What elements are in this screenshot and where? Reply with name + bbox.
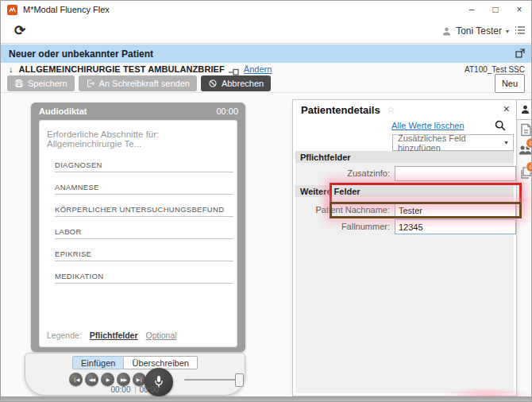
audio-dictation-panel: Audiodiktat 00:00 Erforderliche Abschnit… <box>31 102 245 352</box>
favorite-star-icon[interactable]: ☆ <box>387 104 395 115</box>
add-field-dropdown[interactable]: Zusätzliches Feld hinzufügen ▼ <box>392 134 514 151</box>
save-button[interactable]: Speichern <box>7 75 75 91</box>
section-field[interactable]: ANAMNESE <box>55 172 233 195</box>
title-bar: M*Modal Fluency Flex – □ × <box>1 1 531 18</box>
required-fields-header: Pflichtfelder <box>295 151 514 163</box>
detach-icon <box>229 65 239 74</box>
play-button[interactable]: ▶ <box>101 373 114 386</box>
rewind-button[interactable]: ◀◀ <box>85 373 98 386</box>
tab-document-edit[interactable] <box>519 123 532 137</box>
patient-details-body: Pflichtfelder Zusatzinfo: Weitere Felder… <box>295 151 514 393</box>
close-button[interactable]: × <box>507 1 531 18</box>
patient-lastname-input[interactable] <box>395 203 516 218</box>
chevron-down-icon: ▾ <box>506 28 509 35</box>
skip-start-button[interactable]: ❘◀ <box>69 373 83 386</box>
time-separator <box>135 386 136 393</box>
patient-details-title: Patientendetails <box>301 104 380 116</box>
dictation-document-card: Erforderliche Abschnitte für: Allgemeinc… <box>39 120 237 347</box>
case-number-row: Fallnummer: <box>295 219 514 235</box>
save-icon <box>14 79 24 88</box>
window-title: M*Modal Fluency Flex <box>23 5 110 14</box>
app-logo-icon <box>7 5 17 15</box>
zusatzinfo-label: Zusatzinfo: <box>295 168 390 178</box>
collapse-arrow-icon[interactable]: ↓ <box>9 64 13 74</box>
section-field[interactable]: LABOR <box>55 217 233 239</box>
forward-button[interactable]: ▶▶ <box>117 373 130 386</box>
people-badge: 0 <box>526 138 532 148</box>
clear-all-values-link[interactable]: Alle Werte löschen <box>391 121 465 130</box>
send-to-transcription-button[interactable]: An Schreibkraft senden <box>79 75 197 91</box>
menu-list-icon[interactable] <box>514 24 528 38</box>
top-bar: ⟳ Toni Tester ▾ <box>1 18 531 44</box>
section-field[interactable]: KÖRPERLICHER UNTERSUCHUNGSBEFUND <box>55 195 233 217</box>
cancel-button[interactable]: Abbrechen <box>201 75 271 91</box>
tab-patient-details[interactable] <box>516 99 532 120</box>
user-name: Toni Tester <box>456 25 502 37</box>
document-edit-icon <box>519 123 532 137</box>
zusatzinfo-row: Zusatzinfo: <box>295 166 514 182</box>
volume-slider-track[interactable] <box>184 379 241 381</box>
elapsed-time: 00:00 <box>110 385 130 394</box>
add-field-dropdown-value: Zusätzliches Feld hinzufügen <box>398 133 503 153</box>
section-field[interactable]: MEDIKATION <box>55 261 233 284</box>
window-controls: – □ × <box>460 1 531 18</box>
legend-optional-link[interactable]: Optional <box>145 330 176 340</box>
patient-lastname-row: Patient Nachname: <box>295 203 514 218</box>
dictation-timer: 00:00 <box>216 106 238 116</box>
user-icon <box>441 26 452 37</box>
more-fields-header: Weitere Felder <box>295 185 514 197</box>
popout-icon[interactable] <box>515 48 526 60</box>
patient-tab-icon <box>520 104 530 115</box>
patient-banner-title: Neuer oder unbekannter Patient <box>9 48 153 60</box>
insert-mode-button[interactable]: Einfügen <box>72 356 124 369</box>
legend: Legende: Pflichtfelder Optional <box>47 330 177 340</box>
patient-lastname-label: Patient Nachname: <box>295 205 390 215</box>
dictation-mode-toggle: Einfügen Überschreiben <box>25 356 245 369</box>
cancel-icon <box>208 79 218 88</box>
document-header: ↓ ALLGEMEINCHIRURGIE TEST AMBULANZBRIEF … <box>1 64 531 75</box>
minimize-button[interactable]: – <box>460 1 484 18</box>
user-menu[interactable]: Toni Tester ▾ <box>441 23 509 39</box>
new-button[interactable]: Neu <box>495 74 525 93</box>
legend-label: Legende: <box>47 330 82 340</box>
case-number-input[interactable] <box>395 219 516 234</box>
document-title: ALLGEMEINCHIRURGIE TEST AMBULANZBRIEF <box>19 64 225 74</box>
dictation-panel-header: Audiodiktat 00:00 <box>31 102 245 120</box>
app-window: M*Modal Fluency Flex – □ × ⟳ Toni Tester… <box>0 0 532 402</box>
required-sections-heading: Erforderliche Abschnitte für: Allgemeinc… <box>47 129 233 149</box>
case-number-label: Fallnummer: <box>295 222 390 231</box>
dictation-panel-title: Audiodiktat <box>39 106 87 116</box>
change-worktype-link[interactable]: Ändern <box>244 64 272 74</box>
playback-times: 00:0000:00 <box>25 385 245 394</box>
legend-required-link[interactable]: Pflichtfelder <box>90 330 138 340</box>
panel-close-icon[interactable]: × <box>503 102 510 115</box>
zusatzinfo-input[interactable] <box>395 166 516 181</box>
total-time: 00:00 <box>140 385 160 394</box>
profile-label: AT100_Test SSC <box>465 65 525 74</box>
sync-icon[interactable]: ⟳ <box>10 21 29 40</box>
maximize-button[interactable]: □ <box>484 1 507 18</box>
patient-banner: Neuer oder unbekannter Patient <box>1 44 531 63</box>
documents-badge: 0 <box>526 162 532 172</box>
action-toolbar: Speichern An Schreibkraft senden Abbrech… <box>1 75 531 93</box>
audio-controls-panel: Einfügen Überschreiben ❘◀ ◀◀ ▶ ▶▶ ▶❘ 00:… <box>25 353 245 396</box>
section-field[interactable]: DIAGNOSEN <box>55 150 233 172</box>
section-field[interactable]: EPIKRISE <box>55 239 233 261</box>
section-list: DIAGNOSEN ANAMNESE KÖRPERLICHER UNTERSUC… <box>55 150 233 284</box>
patient-details-panel: Patientendetails ☆ × Alle Werte löschen … <box>293 100 516 396</box>
search-icon[interactable] <box>494 119 507 132</box>
window-bottom-edge <box>1 396 531 402</box>
send-icon <box>86 79 95 88</box>
dropdown-caret-icon: ▼ <box>503 140 509 145</box>
